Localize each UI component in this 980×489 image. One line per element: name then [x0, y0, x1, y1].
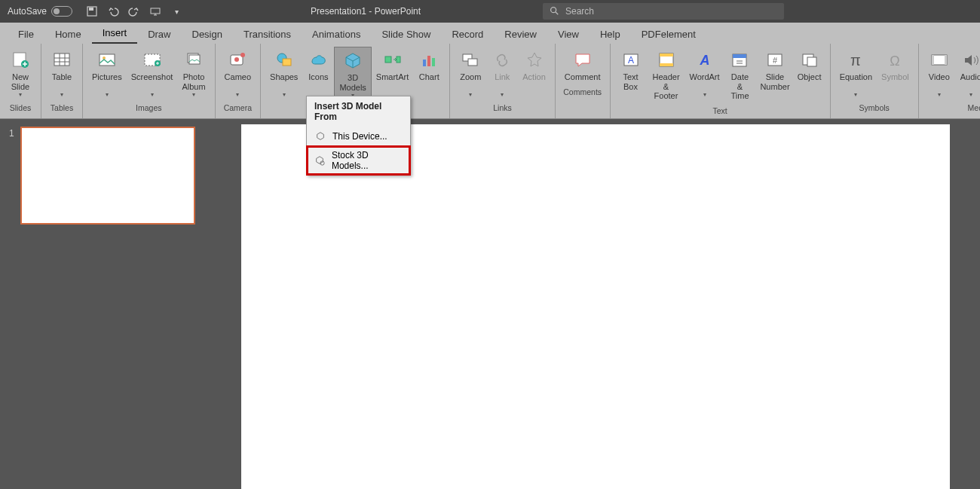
new-slide-button[interactable]: New Slide▾: [5, 47, 36, 99]
cameo-button[interactable]: Cameo▾: [220, 47, 256, 99]
svg-rect-24: [397, 57, 400, 63]
text-box-button[interactable]: A Text Box: [615, 47, 647, 102]
cameo-icon: [227, 50, 248, 71]
chart-button[interactable]: Chart: [413, 47, 445, 101]
smartart-button[interactable]: SmartArt: [372, 47, 413, 101]
zoom-icon: [460, 50, 481, 71]
stock-3d-models-item[interactable]: Stock 3D Models...: [307, 146, 410, 175]
this-device-item[interactable]: This Device...: [307, 127, 410, 146]
svg-rect-27: [432, 58, 435, 66]
video-label: Video: [929, 72, 950, 82]
tab-view[interactable]: View: [547, 25, 590, 44]
action-icon: [524, 50, 545, 71]
svg-rect-25: [423, 60, 426, 66]
date-time-button[interactable]: Date & Time: [724, 47, 757, 102]
video-icon: [929, 50, 950, 71]
tab-animations[interactable]: Animations: [302, 25, 371, 44]
tab-slide-show[interactable]: Slide Show: [371, 25, 441, 44]
stock-models-icon: [314, 154, 326, 167]
svg-text:A: A: [699, 53, 709, 68]
comment-icon: [572, 50, 593, 71]
screenshot-icon: [142, 50, 163, 71]
tab-design[interactable]: Design: [182, 25, 233, 44]
tab-review[interactable]: Review: [494, 25, 547, 44]
tab-file[interactable]: File: [8, 25, 44, 44]
svg-rect-7: [54, 53, 69, 66]
start-from-beginning-icon[interactable]: [149, 5, 161, 17]
screenshot-button[interactable]: Screenshot▾: [127, 47, 178, 99]
smartart-icon: [382, 50, 403, 71]
group-camera-label: Camera: [216, 101, 260, 115]
wordart-icon: A: [694, 50, 715, 71]
search-placeholder: Search: [565, 6, 594, 17]
link-icon: [492, 50, 513, 71]
search-input[interactable]: Search: [543, 3, 784, 20]
svg-text:Ω: Ω: [890, 53, 900, 69]
table-icon: [51, 50, 72, 71]
this-device-icon: [314, 130, 326, 142]
cameo-label: Cameo: [225, 72, 251, 82]
icons-button[interactable]: Icons: [302, 47, 334, 101]
tab-help[interactable]: Help: [590, 25, 631, 44]
tab-transitions[interactable]: Transitions: [233, 25, 302, 44]
table-button[interactable]: Table▾: [46, 47, 78, 99]
slide-canvas[interactable]: [241, 124, 950, 489]
zoom-button[interactable]: Zoom▾: [455, 47, 486, 99]
stock-models-label: Stock 3D Models...: [332, 150, 403, 171]
group-slides-label: Slides: [0, 101, 41, 115]
undo-icon[interactable]: [107, 5, 119, 17]
dropdown-header: Insert 3D Model From: [307, 96, 410, 127]
wordart-button[interactable]: A WordArt▾: [686, 47, 724, 102]
autosave-toggle[interactable]: [51, 6, 72, 17]
equation-button[interactable]: π Equation▾: [835, 47, 877, 99]
svg-rect-23: [385, 57, 391, 63]
header-footer-label: Header & Footer: [651, 72, 681, 101]
svg-text:#: #: [773, 56, 778, 65]
group-images-label: Images: [83, 101, 215, 115]
comment-label: Comment: [565, 72, 601, 82]
shapes-label: Shapes: [270, 72, 298, 82]
header-footer-icon: [656, 50, 677, 71]
save-icon[interactable]: [86, 5, 98, 17]
object-icon: [799, 50, 820, 71]
screenshot-label: Screenshot: [131, 72, 173, 82]
slide-thumbnail[interactable]: [20, 127, 195, 225]
object-button[interactable]: Object: [794, 47, 825, 102]
link-label: Link: [495, 72, 510, 82]
zoom-label: Zoom: [460, 72, 481, 82]
tab-pdfelement[interactable]: PDFelement: [631, 25, 706, 44]
svg-point-3: [551, 7, 556, 12]
shapes-button[interactable]: Shapes▾: [265, 47, 302, 101]
tab-draw[interactable]: Draw: [137, 25, 181, 44]
object-label: Object: [798, 72, 822, 82]
group-tables-label: Tables: [41, 101, 82, 115]
photo-album-icon: [183, 50, 204, 71]
svg-rect-22: [283, 59, 291, 66]
video-button[interactable]: Video▾: [923, 47, 955, 99]
search-icon: [549, 5, 559, 18]
customize-qat-icon[interactable]: ▾: [170, 5, 182, 17]
tab-home[interactable]: Home: [44, 25, 92, 44]
tab-insert[interactable]: Insert: [92, 23, 138, 44]
slide-number-button[interactable]: # Slide Number: [756, 47, 793, 102]
slide-number-icon: #: [764, 50, 786, 71]
3d-models-button[interactable]: 3D Models▾: [334, 47, 371, 101]
svg-rect-26: [427, 56, 430, 66]
audio-button[interactable]: Audio▾: [955, 47, 980, 99]
photo-album-button[interactable]: Photo Album▾: [177, 47, 210, 99]
header-footer-button[interactable]: Header & Footer: [647, 47, 686, 102]
svg-rect-43: [807, 57, 816, 66]
svg-rect-29: [468, 59, 477, 66]
symbol-icon: Ω: [884, 50, 905, 71]
pictures-button[interactable]: Pictures▾: [87, 47, 127, 99]
comment-button[interactable]: Comment: [560, 47, 605, 84]
audio-label: Audio: [960, 72, 980, 82]
tab-record[interactable]: Record: [441, 25, 494, 44]
redo-icon[interactable]: [128, 5, 140, 17]
equation-icon: π: [845, 50, 866, 71]
svg-rect-47: [932, 55, 934, 65]
pictures-label: Pictures: [92, 72, 122, 82]
svg-text:A: A: [628, 55, 634, 66]
new-slide-label: New Slide: [11, 72, 29, 91]
table-label: Table: [52, 72, 72, 82]
